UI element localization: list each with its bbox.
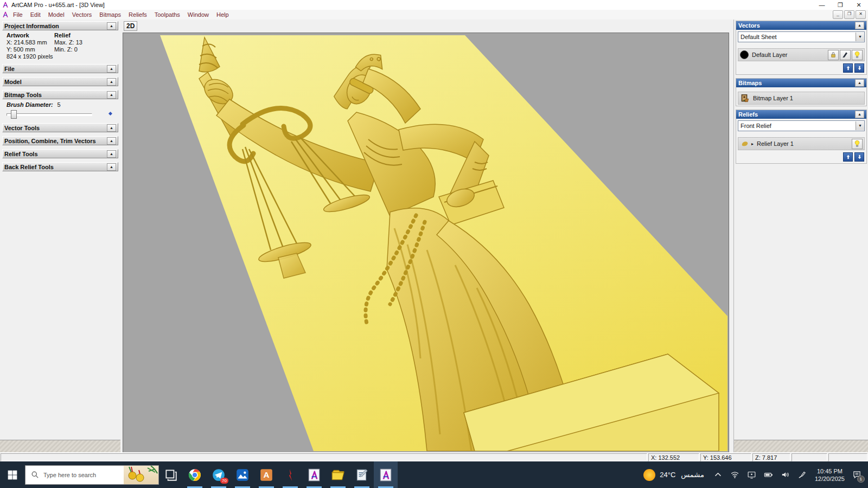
relief-min-z: Min. Z: 0 <box>54 46 114 53</box>
chrome-icon[interactable] <box>183 461 207 488</box>
layer-visibility-button[interactable] <box>852 50 863 60</box>
menu-model[interactable]: Model <box>44 10 68 19</box>
edit-layer-button[interactable] <box>840 50 851 60</box>
minimize-button[interactable]: — <box>813 0 831 10</box>
collapse-button[interactable]: ▲ <box>107 124 116 132</box>
menu-help[interactable]: Help <box>213 10 233 19</box>
move-layer-down-button[interactable] <box>854 63 864 73</box>
section-title: Relief Tools <box>4 151 38 157</box>
notification-badge: 1 <box>857 476 865 483</box>
lock-layer-button[interactable] <box>828 50 839 60</box>
artcam-jewelsmith-icon[interactable] <box>302 461 326 488</box>
section-title: Model <box>4 79 22 85</box>
relief-layer-row[interactable]: ▸ Relief Layer 1 <box>738 137 865 150</box>
collapse-button[interactable]: ▲ <box>107 150 116 158</box>
windows-logo-icon <box>7 470 18 480</box>
collapse-button[interactable]: ▲ <box>107 65 116 73</box>
collapse-button[interactable]: ▲ <box>855 22 864 29</box>
collapse-button[interactable]: ▲ <box>107 137 116 145</box>
photos-icon[interactable] <box>231 461 254 488</box>
status-message <box>1 453 647 461</box>
notification-center-icon[interactable]: 1 <box>849 461 868 488</box>
menu-bitmaps[interactable]: Bitmaps <box>95 10 125 19</box>
menu-file[interactable]: File <box>9 10 27 19</box>
brush-diameter-slider[interactable] <box>7 110 114 118</box>
telegram-icon[interactable]: 70 <box>207 461 231 488</box>
mdi-close-button[interactable]: ✕ <box>856 10 866 19</box>
file-explorer-icon[interactable] <box>326 461 350 488</box>
title-bar: ArtCAM Pro - u+655.art - [3D View] — ❐ ✕ <box>0 0 868 10</box>
2d-view-button[interactable]: 2D <box>124 21 137 31</box>
layers-tab-bar <box>734 440 868 452</box>
status-bar: X: 132.552 Y: 153.646 Z: 7.817 <box>0 452 868 462</box>
telegram-badge: 70 <box>220 478 228 484</box>
sheet-select[interactable]: Default Sheet▼ <box>738 31 865 42</box>
time: 10:45 PM <box>817 467 843 475</box>
collapse-button[interactable]: ▲ <box>107 22 116 30</box>
move-layer-up-button[interactable] <box>843 63 853 73</box>
menu-reliefs[interactable]: Reliefs <box>125 10 151 19</box>
temperature: 24°C <box>660 471 675 479</box>
app-logo-icon <box>2 1 9 9</box>
menu-vectors[interactable]: Vectors <box>68 10 96 19</box>
mdi-minimize-button[interactable]: _ <box>833 10 843 19</box>
assistant-tab-bar <box>0 440 120 452</box>
menu-window[interactable]: Window <box>184 10 213 19</box>
artcam-pro-taskbar-icon[interactable] <box>374 461 398 488</box>
volume-icon[interactable] <box>777 461 794 488</box>
battery-icon[interactable] <box>760 461 777 488</box>
collapse-button[interactable]: ▲ <box>107 91 116 99</box>
back-relief-tools-section: Back Relief Tools▲ <box>2 162 118 174</box>
relief-max-z: Max. Z: 13 <box>54 39 114 46</box>
menu-toolpaths[interactable]: Toolpaths <box>151 10 184 19</box>
expand-arrow-icon[interactable]: ▸ <box>751 142 754 146</box>
festive-decoration <box>124 466 158 484</box>
window-title: ArtCAM Pro - u+655.art - [3D View] <box>11 2 105 8</box>
wifi-icon[interactable] <box>726 461 743 488</box>
artcam-window: ArtCAM Pro - u+655.art - [3D View] — ❐ ✕… <box>0 0 868 488</box>
dropdown-arrow-icon[interactable]: ▼ <box>856 121 864 130</box>
mdi-restore-button[interactable]: ❐ <box>844 10 854 19</box>
taskbar-search-input[interactable]: Type here to search <box>25 465 159 485</box>
brush-diameter-label: Brush Diameter: <box>7 101 53 108</box>
artcam-installer-icon[interactable]: A <box>254 461 278 488</box>
document-icon <box>2 11 9 18</box>
restore-button[interactable]: ❐ <box>831 0 850 10</box>
tray-expand-icon[interactable] <box>710 461 726 488</box>
relief-thumbnail <box>740 139 750 148</box>
svg-text:A: A <box>264 470 270 479</box>
red-tool-icon[interactable] <box>278 461 302 488</box>
menu-edit[interactable]: Edit <box>27 10 44 19</box>
slider-thumb[interactable] <box>11 110 17 119</box>
collapse-button[interactable]: ▲ <box>855 79 864 87</box>
vector-layer-row[interactable]: Default Layer <box>738 48 865 61</box>
move-layer-up-button[interactable] <box>843 152 853 162</box>
view-area: 2D <box>120 20 733 452</box>
move-layer-down-button[interactable] <box>854 152 864 162</box>
sun-icon <box>643 469 655 481</box>
bitmap-layer-row[interactable]: Bitmap Layer 1 <box>738 92 865 105</box>
collapse-button[interactable]: ▲ <box>107 78 116 86</box>
layers-panel: Vectors▲ Default Sheet▼ Default Layer Bi… <box>733 20 868 452</box>
menu-bar: FileEditModelVectorsBitmapsReliefsToolpa… <box>0 10 868 20</box>
bitmaps-panel-title: Bitmaps <box>738 80 762 86</box>
notepad-icon[interactable] <box>350 461 374 488</box>
dropdown-arrow-icon[interactable]: ▼ <box>856 33 864 41</box>
vectors-panel-title: Vectors <box>738 22 760 29</box>
task-view-button[interactable] <box>159 461 183 488</box>
ink-workspace-icon[interactable] <box>794 461 810 488</box>
layer-visibility-button[interactable] <box>852 139 863 149</box>
display-device-icon[interactable] <box>743 461 760 488</box>
weather-widget[interactable]: 24°C مشمس <box>638 469 710 481</box>
weather-description: مشمس <box>681 471 704 479</box>
taskbar-clock[interactable]: 10:45 PM 12/20/2025 <box>810 467 849 483</box>
project-information-section: Project Information▲ Artwork Relief X: 2… <box>2 21 118 62</box>
relief-select[interactable]: Front Relief▼ <box>738 120 865 131</box>
close-button[interactable]: ✕ <box>850 0 868 10</box>
bitmaps-panel: Bitmaps▲ Bitmap Layer 1 <box>736 78 867 106</box>
3d-view-canvas[interactable] <box>123 33 729 453</box>
layer-colour-swatch[interactable] <box>740 50 749 59</box>
collapse-button[interactable]: ▲ <box>107 163 116 171</box>
collapse-button[interactable]: ▲ <box>855 111 864 118</box>
start-button[interactable] <box>0 461 25 488</box>
